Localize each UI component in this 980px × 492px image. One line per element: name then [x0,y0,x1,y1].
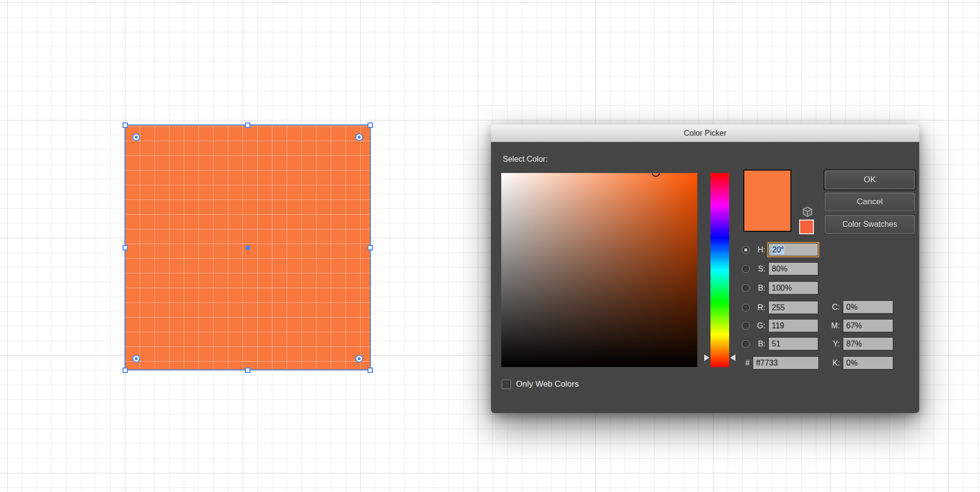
only-web-colors-label: Only Web Colors [516,379,579,389]
m-label: M: [828,321,840,330]
saturation-brightness-field[interactable] [501,173,697,367]
y-row: Y: 87% [828,337,893,350]
selected-color-preview [743,170,791,232]
y-input[interactable]: 87% [843,337,893,350]
shape-center-point-handle[interactable] [245,246,250,250]
live-corner-dot [135,357,138,360]
h-input[interactable]: 20° [768,243,818,256]
hex-row: # ff7733 [742,356,819,369]
r-row: R: 255 [742,301,818,314]
g-input[interactable]: 119 [768,319,818,332]
live-corner-widget-top-left[interactable] [132,133,140,141]
selection-handle-bottom-left[interactable] [122,368,128,373]
dialog-title: Color Picker [684,129,726,138]
selected-shape-group [124,124,371,370]
ok-button[interactable]: OK [825,171,915,189]
b-rgb-input[interactable]: 51 [768,337,818,350]
live-corner-widget-top-right[interactable] [355,133,363,141]
live-corner-dot [358,357,361,360]
hex-label: # [742,359,750,368]
h-value-selected-text: 20° [772,246,784,254]
h-row: H: 20° [742,243,818,256]
illustrator-document-canvas[interactable]: Color Picker Select Color: OK Cancel Col… [0,0,980,492]
selection-handle-top-left[interactable] [122,123,128,128]
only-web-colors-row: Only Web Colors [502,379,579,389]
selection-handle-middle-left[interactable] [122,245,128,250]
selection-handle-top-right[interactable] [368,123,373,128]
hue-slider[interactable] [710,173,729,367]
g-label: G: [753,321,765,330]
g-radio[interactable] [742,322,750,330]
r-input[interactable]: 255 [768,301,818,314]
g-row: G: 119 [742,319,818,332]
b-label: B: [753,284,765,293]
m-input[interactable]: 67% [843,319,893,332]
s-input[interactable]: 80% [768,262,818,275]
web-safe-color-swatch[interactable] [799,220,814,234]
live-corner-widget-bottom-left[interactable] [132,355,140,363]
selection-handle-top-center[interactable] [245,123,250,128]
color-field-marker[interactable] [652,173,660,177]
s-label: S: [753,265,765,273]
b-rgb-label: B: [753,340,765,348]
out-of-web-gamut-cube-icon[interactable] [801,205,814,218]
c-input[interactable]: 0% [843,300,893,314]
r-label: R: [753,303,765,312]
dialog-body: Select Color: OK Cancel Color Swatches [491,142,919,413]
b-input[interactable]: 100% [768,281,818,295]
b-row: B: 100% [742,281,818,295]
color-swatches-button[interactable]: Color Swatches [825,215,915,234]
cancel-button[interactable]: Cancel [825,193,915,211]
b-rgb-radio[interactable] [742,340,750,348]
hue-slider-handle-left[interactable] [704,354,710,361]
live-corner-dot [358,136,361,139]
s-row: S: 80% [742,262,818,275]
live-corner-dot [135,136,138,139]
b-radio[interactable] [742,284,750,292]
h-label: H: [753,246,765,254]
c-row: C: 0% [828,300,893,314]
m-row: M: 67% [828,319,893,332]
selection-handle-bottom-right[interactable] [368,368,373,373]
k-row: K: 0% [828,356,893,369]
live-corner-widget-bottom-right[interactable] [355,355,363,363]
hex-input[interactable]: ff7733 [753,356,819,369]
selection-handle-middle-right[interactable] [368,245,373,250]
r-radio[interactable] [742,304,750,312]
y-label: Y: [828,340,840,348]
h-radio[interactable] [742,246,750,254]
selection-handle-bottom-center[interactable] [245,368,250,373]
k-input[interactable]: 0% [843,356,893,369]
c-label: C: [828,303,840,312]
k-label: K: [828,359,840,368]
b-rgb-row: B: 51 [742,337,818,350]
radio-dot [744,248,747,251]
only-web-colors-checkbox[interactable] [502,380,511,389]
select-color-label: Select Color: [503,155,548,164]
hue-slider-handle-right[interactable] [730,354,735,361]
dialog-titlebar[interactable]: Color Picker [491,124,919,142]
color-picker-dialog: Color Picker Select Color: OK Cancel Col… [491,124,919,413]
s-radio[interactable] [742,265,750,273]
